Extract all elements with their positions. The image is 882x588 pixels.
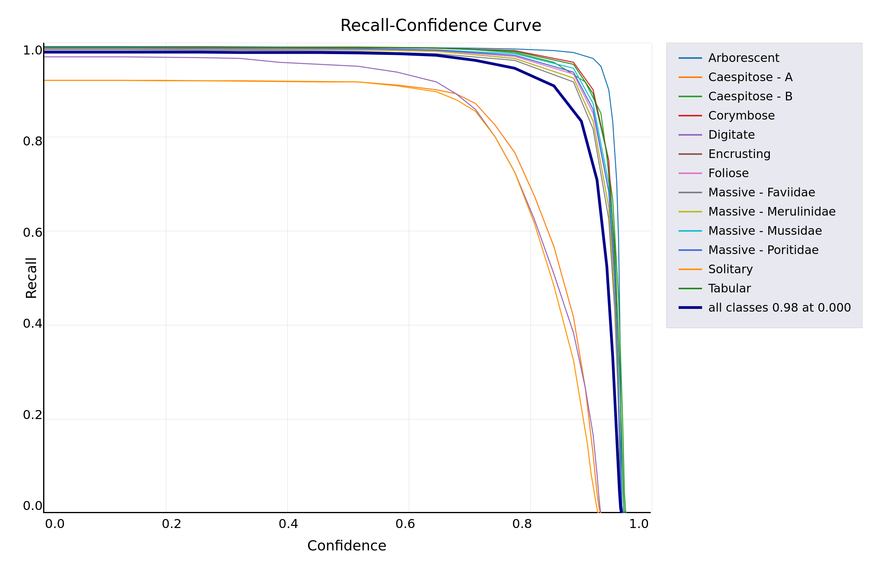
curve-caespitose-b [44,47,626,513]
legend-item-arborescent: Arborescent [679,51,850,65]
y-tick-1.0: 1.0 [23,43,42,58]
legend-line-massive-poritidae [679,249,702,251]
legend-label-caespitose-a: Caespitose - A [708,70,793,84]
legend-line-massive-faviidae [679,192,702,193]
legend-label-digitate: Digitate [708,128,755,142]
chart-wrapper: Recall-Confidence Curve Recall 1.0 0.8 0… [20,16,862,572]
legend-item-foliose: Foliose [679,166,850,180]
y-tick-0.6: 0.6 [23,225,42,240]
x-ticks: 0.0 0.2 0.4 0.6 0.8 1.0 [43,513,651,531]
legend-item-caespitose-a: Caespitose - A [679,70,850,84]
legend-label-massive-poritidae: Massive - Poritidae [708,243,819,257]
legend-label-corymbose: Corymbose [708,109,775,122]
legend-item-digitate: Digitate [679,128,850,142]
legend-line-corymbose [679,115,702,116]
x-tick-0.6: 0.6 [394,516,417,531]
legend: Arborescent Caespitose - A Caespitose - … [666,43,862,328]
y-tick-0.0: 0.0 [23,498,42,513]
y-tick-0.8: 0.8 [23,134,42,149]
legend-label-solitary: Solitary [708,262,753,276]
legend-label-all-classes: all classes 0.98 at 0.000 [708,301,851,314]
x-tick-1.0: 1.0 [627,516,651,531]
legend-item-massive-faviidae: Massive - Faviidae [679,185,850,199]
plot-and-x: 1.0 0.8 0.6 0.4 0.2 0.0 [43,43,651,554]
legend-item-massive-merulinidae: Massive - Merulinidae [679,205,850,218]
legend-item-solitary: Solitary [679,262,850,276]
legend-line-massive-merulinidae [679,211,702,212]
grid-v-6 [652,43,652,512]
legend-label-foliose: Foliose [708,166,749,180]
x-tick-0.2: 0.2 [160,516,183,531]
legend-item-massive-poritidae: Massive - Poritidae [679,243,850,257]
legend-label-arborescent: Arborescent [708,51,780,65]
legend-line-digitate [679,134,702,136]
x-tick-0.8: 0.8 [510,516,534,531]
curve-corymbose [44,47,623,513]
curve-digitate [44,57,601,513]
chart-container: Recall-Confidence Curve Recall 1.0 0.8 0… [0,0,882,588]
x-axis-label: Confidence [307,537,387,554]
legend-line-caespitose-b [679,96,702,97]
curve-arborescent [44,47,624,513]
chart-area: Recall 1.0 0.8 0.6 0.4 0.2 0.0 [20,43,862,554]
legend-line-all-classes [679,306,702,309]
legend-line-encrusting [679,153,702,155]
curve-massive-poritidae [44,48,623,513]
chart-title: Recall-Confidence Curve [20,16,862,35]
legend-line-arborescent [679,57,702,59]
legend-item-tabular: Tabular [679,281,850,295]
legend-item-corymbose: Corymbose [679,109,850,122]
curve-massive-mussidae [44,48,623,513]
curve-all-classes [44,52,622,513]
legend-label-caespitose-b: Caespitose - B [708,89,793,103]
curve-caespitose-a [44,80,601,513]
x-tick-0.0: 0.0 [43,516,67,531]
legend-label-tabular: Tabular [708,281,751,295]
legend-line-foliose [679,172,702,174]
legend-line-massive-mussidae [679,230,702,232]
legend-label-encrusting: Encrusting [708,147,771,161]
curve-massive-merulinidae [44,48,623,513]
curve-foliose [44,48,623,513]
legend-label-massive-faviidae: Massive - Faviidae [708,185,815,199]
legend-item-encrusting: Encrusting [679,147,850,161]
legend-label-massive-merulinidae: Massive - Merulinidae [708,205,836,218]
x-tick-0.4: 0.4 [277,516,300,531]
y-tick-0.4: 0.4 [23,316,42,331]
legend-line-caespitose-a [679,76,702,78]
curve-encrusting [44,49,623,513]
curve-massive-faviidae [44,50,623,513]
legend-line-solitary [679,269,702,270]
legend-label-massive-mussidae: Massive - Mussidae [708,224,822,238]
legend-item-all-classes: all classes 0.98 at 0.000 [679,301,850,314]
plot-box: 1.0 0.8 0.6 0.4 0.2 0.0 [43,43,651,513]
legend-item-caespitose-b: Caespitose - B [679,89,850,103]
recall-confidence-svg [44,43,652,513]
legend-line-tabular [679,288,702,289]
curve-tabular [44,47,625,513]
y-ticks: 1.0 0.8 0.6 0.4 0.2 0.0 [23,43,42,513]
y-tick-0.2: 0.2 [23,407,42,422]
legend-item-massive-mussidae: Massive - Mussidae [679,224,850,238]
curve-solitary [44,80,599,513]
